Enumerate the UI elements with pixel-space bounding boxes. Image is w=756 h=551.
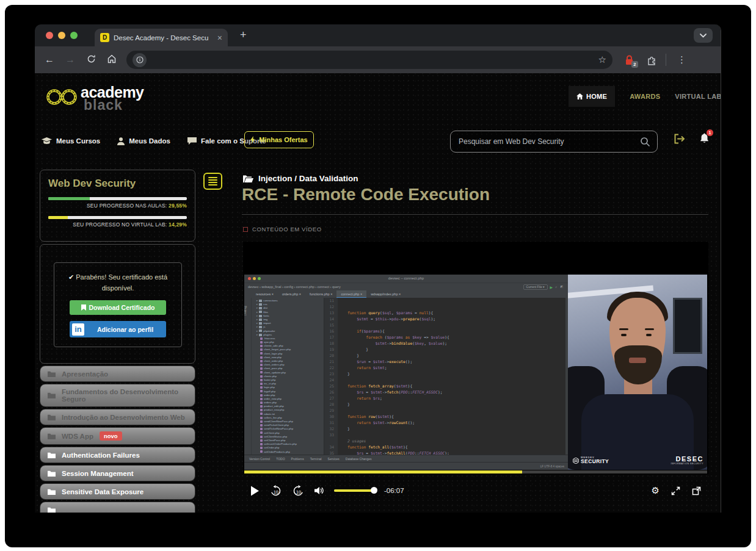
video-controls: 10 10 -06:07 ⚙ (243, 478, 708, 503)
lightning-icon (250, 136, 255, 143)
module-item-item[interactable] (40, 502, 195, 513)
ide-toolbar-icons: ⌕ ◩ (555, 285, 564, 289)
folder-icon (48, 433, 56, 439)
minimize-window-button[interactable] (58, 32, 65, 39)
notifications-bell-icon[interactable]: 1 (699, 132, 710, 146)
rewind-10-icon[interactable]: 10 (269, 485, 282, 497)
browser-tab[interactable]: D Desec Academy - Desec Secu × (95, 29, 228, 46)
code-line: 26 $rs = $stmt->fetch(PDO::FETCH_ASSOC); (324, 389, 568, 395)
module-label: Sensitive Data Exposure (62, 488, 144, 495)
module-item-apresenta-o[interactable]: Apresentação (40, 366, 195, 382)
user-menu-bar: Meus CursosMeus DadosFale com o Suporte (42, 133, 266, 149)
video-player[interactable]: devsec – connect.php devsec › wdsapp_fin… (243, 242, 708, 474)
presenter-brow (619, 328, 628, 330)
graduation-cap-icon (42, 137, 52, 145)
ide-code-editor: 111213function query($sql, $params = nul… (324, 298, 568, 455)
home-icon[interactable] (106, 54, 118, 66)
module-list: ApresentaçãoFundamentos do Desenvolvimen… (40, 366, 195, 513)
menu-meus-cursos[interactable]: Meus Cursos (42, 137, 100, 145)
search-icon[interactable] (640, 137, 650, 147)
volume-icon[interactable] (314, 486, 324, 495)
close-window-button[interactable] (46, 32, 53, 39)
extensions-puzzle-icon[interactable] (647, 55, 657, 65)
folder-open-icon (243, 175, 253, 182)
code-line: 2 usages (324, 438, 568, 444)
code-line: 15 (324, 322, 568, 328)
presenter-mouth (629, 358, 646, 363)
chat-icon (187, 137, 197, 145)
play-icon[interactable] (250, 486, 260, 496)
folder-icon (48, 452, 56, 458)
progress-lab: SEU PROGRESSO NO VIRTUAL LAB: 14,29% (48, 216, 187, 228)
menu-meus-dados[interactable]: Meus Dados (117, 137, 170, 145)
ide-breadcrumbs: devsec › wdsapp_final › config › connect… (248, 285, 341, 289)
code-line: 21 $run = $stmt->execute(); (324, 359, 568, 365)
logout-icon[interactable] (674, 134, 685, 146)
maximize-window-button[interactable] (70, 32, 78, 39)
desktop-background: D Desec Academy - Desec Secu × + ← → (5, 5, 751, 547)
tab-title: Desec Academy - Desec Secu (114, 34, 213, 41)
search-input[interactable] (457, 137, 640, 146)
back-icon[interactable]: ← (43, 54, 56, 65)
offers-button[interactable]: Minhas Ofertas (244, 131, 314, 148)
certificate-card: ✔Parabéns! Seu certificado está disponív… (40, 244, 195, 364)
title-divider (242, 214, 708, 215)
tab-close-icon[interactable]: × (217, 34, 222, 42)
settings-gear-icon[interactable]: ⚙ (652, 485, 660, 496)
presenter-beard (614, 345, 662, 384)
forward-10-icon[interactable]: 10 (292, 485, 305, 497)
ide-window-controls (248, 277, 261, 280)
video-seek-bar[interactable] (244, 470, 707, 474)
progress-lessons-fill (48, 197, 90, 200)
nav-home[interactable]: HOME (569, 86, 615, 107)
video-content: devsec – connect.php devsec › wdsapp_fin… (244, 275, 707, 470)
offers-label: Minhas Ofertas (259, 136, 307, 143)
linkedin-add-button[interactable]: in Adicionar ao perfil (70, 321, 166, 337)
sidebar-menu-button[interactable] (203, 173, 222, 190)
presenter-eye (621, 334, 627, 336)
module-item-authentication-failures[interactable]: Authentication Failures (40, 447, 195, 463)
module-label: Session Management (62, 470, 134, 477)
module-label: Apresentação (62, 370, 108, 378)
folder-icon (48, 392, 56, 398)
module-item-fundamentos-do-desenvolvimento-seguro[interactable]: Fundamentos do Desenvolvimento Seguro (40, 384, 195, 407)
module-item-wds-app[interactable]: WDS Appnovo (40, 427, 195, 445)
popout-icon[interactable] (692, 486, 701, 495)
ide-status-bar: LF UTF-8 4 spaces (244, 462, 568, 470)
download-certificate-button[interactable]: Download Certificado (70, 300, 166, 315)
ide-run-icon: ▶ (550, 285, 553, 289)
video-section-label: CONTEÚDO EM VÍDEO (243, 226, 322, 232)
nav-virtual-lab[interactable]: VIRTUAL LAB (675, 93, 721, 100)
module-item-introdu-o-ao-desenvolvimento-web[interactable]: Introdução ao Desenvolvimento Web (40, 409, 195, 425)
code-line: 11 (324, 298, 568, 304)
bookmark-star-icon[interactable]: ☆ (598, 54, 606, 65)
nav-label: AWARDS (630, 93, 660, 100)
webcam-overlay: WEBDEVSECURITY DESEC INFORMATION SECURIT… (568, 275, 707, 470)
fullscreen-icon[interactable] (671, 486, 680, 495)
module-item-session-management[interactable]: Session Management (40, 465, 195, 481)
tab-search-chevron-button[interactable] (694, 28, 713, 43)
browser-menu-icon[interactable]: ⋮ (677, 54, 686, 65)
code-line: 25function fetch_array($stmt){ (324, 383, 568, 389)
forward-icon[interactable]: → (64, 54, 76, 65)
volume-knob[interactable] (371, 487, 377, 494)
progress-lessons-label: SEU PROGRESSO NAS AULAS: (87, 203, 167, 209)
certificate-inner-box: ✔Parabéns! Seu certificado está disponív… (54, 262, 182, 347)
site-info-icon[interactable] (133, 53, 147, 67)
site-logo[interactable]: academy black (46, 81, 186, 118)
password-manager-extension-icon[interactable]: 2 (625, 55, 634, 65)
lesson-title: RCE - Remote Code Execution (242, 185, 490, 204)
ide-project-tree: ▸connections▸css▸dist▸files▸fonts▸img▸im… (252, 298, 324, 455)
module-item-sensitive-data-exposure[interactable]: Sensitive Data Exposure (40, 483, 195, 500)
reload-icon[interactable] (85, 54, 97, 66)
ide-toolwindow-services: Services (328, 457, 340, 461)
volume-slider[interactable] (334, 489, 374, 492)
breadcrumb-label: Injection / Data Validation (258, 174, 358, 183)
menu-label: Meus Dados (129, 137, 170, 145)
folder-icon (48, 507, 56, 513)
nav-awards[interactable]: AWARDS (630, 93, 660, 100)
address-bar[interactable]: ☆ (126, 51, 612, 69)
ide-status-right: LF UTF-8 4 spaces (540, 465, 564, 468)
ide-activity-bar: Project (244, 298, 252, 455)
new-tab-button[interactable]: + (240, 29, 247, 41)
